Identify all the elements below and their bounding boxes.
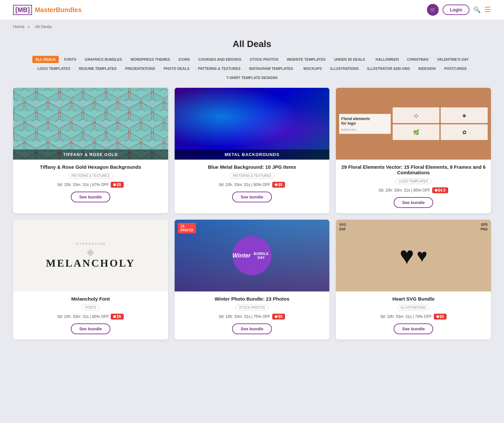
nav-tag-website-templates[interactable]: WEBSITE TEMPLATES [284, 56, 329, 63]
nav-tag-christmas[interactable]: CHRISTMAS [404, 56, 432, 63]
card-timer-5: 0d: 10h: 33m: 31s | 75% OFF [219, 314, 270, 319]
page-title: All Deals [0, 39, 504, 49]
product-image-label-2: METAL BACKGROUNDS [175, 149, 330, 160]
heart-shape-2: ♥ [417, 245, 428, 266]
hearts-labels-6: SVGEPS [339, 223, 488, 227]
nav-filters: ALL DEALS FONTS GRAPHICS BUNDLES WORDPRE… [0, 56, 504, 88]
nav-tag-fonts[interactable]: FONTS [61, 56, 79, 63]
breadcrumb-home[interactable]: Home [13, 24, 24, 29]
card-category-5[interactable]: STOCK PHOTOS [235, 305, 268, 310]
card-meta-5: 0d: 10h: 33m: 31s | 75% OFF $5 [180, 314, 324, 320]
winter-badge-5: 23PHOTO [178, 223, 196, 233]
nav-tag-courses-ebooks[interactable]: COURSES AND EBOOKS [195, 56, 245, 63]
nav-tag-all-deals[interactable]: ALL DEALS [32, 56, 59, 63]
login-button[interactable]: Login [443, 5, 469, 15]
card-price-6: $5 [434, 314, 447, 320]
menu-button[interactable]: ☰ [484, 6, 491, 14]
nav-tag-patterns-textures[interactable]: PATTERNS & TEXTURES [195, 65, 244, 72]
product-image-label-1: TIFFANY & ROSE GOLD [13, 149, 168, 160]
logo[interactable]: [MB] MasterBundles [13, 5, 82, 15]
product-image-1: TIFFANY & ROSE GOLD [13, 88, 168, 160]
nav-tag-logo-templates[interactable]: LOGO TEMPLATES [34, 65, 73, 72]
price-dot-6 [436, 315, 439, 318]
nav-tag-indesign[interactable]: INDESIGN [415, 65, 439, 72]
card-body-4: Melancholy Font FONTS 0d: 10h: 33m: 31s … [13, 291, 168, 339]
see-bundle-btn-1[interactable]: See bundle [71, 192, 110, 202]
product-image-6: SVGEPS DXFPNG ♥ ♥ [336, 220, 491, 291]
card-price-4: $5 [111, 314, 123, 320]
card-meta-3: 0d: 10h: 33m: 31s | 85% OFF $4.5 [341, 187, 486, 193]
price-dot-1 [113, 183, 116, 186]
nav-tag-instagram-templates[interactable]: INSTAGRAM TEMPLATES [246, 65, 296, 72]
card-category-1[interactable]: PATTERNS & TEXTURES [68, 173, 113, 179]
card-category-3[interactable]: LOGO TEMPLATES [395, 179, 432, 184]
card-title-3: 29 Floral Elements Vector: 15 Floral Ele… [341, 164, 486, 175]
product-image-5: 23PHOTO WinterBUNDLE DAY [175, 220, 330, 291]
nav-tag-resume-templates[interactable]: RESUME TEMPLATES [75, 65, 120, 72]
card-meta-6: 0d: 10h: 33m: 31s | 70% OFF $5 [341, 314, 486, 320]
nav-tag-illustrator-addons[interactable]: ILLUSTRATOR ADD-ONS [364, 65, 413, 72]
nav-tag-graphics-bundles[interactable]: GRAPHICS BUNDLES [81, 56, 125, 63]
nav-tag-icons[interactable]: ICONS [175, 56, 193, 63]
nav-tag-illustrations[interactable]: ILLUSTRATIONS [327, 65, 362, 72]
see-bundle-btn-3[interactable]: See bundle [394, 197, 433, 208]
card-body-5: Winter Photo Bundle: 23 Photos STOCK PHO… [175, 291, 330, 339]
card-body-1: Tiffany & Rose Gold Hexagon Backgrounds … [13, 160, 168, 208]
winter-overlay-5: 23PHOTO WinterBUNDLE DAY [175, 220, 330, 291]
melancholy-overlay-4: INTRODUCING MELANCHOLY [13, 220, 168, 291]
card-meta-4: 0d: 10h: 33m: 31s | 80% OFF $5 [18, 314, 163, 320]
floral-sketches-3: ◇ ◈ 🌿 ✿ [393, 107, 488, 140]
nav-tag-valentines[interactable]: VALENTINE'S DAY [434, 56, 472, 63]
nav-tag-wordpress-themes[interactable]: WORDPRESS THEMES [127, 56, 173, 63]
card-title-4: Melancholy Font [18, 296, 163, 302]
page-title-section: All Deals [0, 34, 504, 56]
header-right: 🛒 Login 🔍 ☰ [427, 4, 491, 16]
card-price-2: $5 [272, 182, 285, 188]
melancholy-diamond-4 [87, 249, 94, 256]
product-image-3: Floral elementsfor logo BRACKEN ◇ ◈ 🌿 ✿ [336, 88, 491, 160]
nav-tag-stock-photos[interactable]: STOCK PHOTOS [246, 56, 282, 63]
nav-tag-mockups[interactable]: MOCKUPS [300, 65, 325, 72]
product-card-2: METAL BACKGROUNDS Blue Metal Background:… [175, 88, 330, 213]
svg-rect-4 [13, 88, 168, 160]
card-timer-1: 0d: 10h: 33m: 31s | 67% OFF [57, 182, 109, 187]
floral-text-3: Floral elementsfor logo BRACKEN [339, 114, 391, 134]
see-bundle-btn-5[interactable]: See bundle [232, 323, 272, 334]
nav-tag-under5[interactable]: UNDER $5 DEALS [331, 56, 369, 63]
logo-name: MasterBundles [35, 6, 81, 14]
sketch-box-1: ◇ [393, 107, 440, 123]
see-bundle-btn-2[interactable]: See bundle [232, 192, 272, 202]
nav-tag-presentations[interactable]: PRESENTATIONS [122, 65, 158, 72]
floral-content-3: Floral elementsfor logo BRACKEN ◇ ◈ 🌿 ✿ [336, 88, 491, 160]
nav-tag-photo-deals[interactable]: PHOTO DEALS [160, 65, 193, 72]
product-card-1: TIFFANY & ROSE GOLD Tiffany & Rose Gold … [13, 88, 168, 213]
product-card-5: 23PHOTO WinterBUNDLE DAY Winter Photo Bu… [175, 220, 330, 339]
sketch-box-3: 🌿 [393, 124, 440, 140]
card-category-4[interactable]: FONTS [81, 305, 100, 310]
see-bundle-btn-6[interactable]: See bundle [394, 323, 433, 334]
nav-tag-tshirt[interactable]: T-SHIRT TEMPLATE DESIGNS [223, 74, 281, 81]
card-price-1: $5 [111, 182, 123, 188]
card-category-6[interactable]: ILLUSTRATIONS [397, 305, 430, 310]
price-dot-4 [113, 315, 116, 318]
products-section: TIFFANY & ROSE GOLD Tiffany & Rose Gold … [0, 88, 504, 352]
card-timer-2: 0d: 10h: 33m: 31s | 80% OFF [219, 182, 270, 187]
card-timer-3: 0d: 10h: 33m: 31s | 85% OFF [379, 188, 430, 193]
nav-tag-halloween[interactable]: HALLOWEEN [372, 56, 402, 63]
see-bundle-btn-4[interactable]: See bundle [71, 323, 110, 334]
cart-button[interactable]: 🛒 [427, 4, 439, 16]
heart-shape-1: ♥ [400, 242, 414, 270]
price-dot-5 [275, 315, 277, 318]
search-button[interactable]: 🔍 [473, 6, 480, 13]
card-category-2[interactable]: PATTERNS & TEXTURES [229, 173, 275, 179]
nav-tag-postcards[interactable]: POSTCARDS [441, 65, 470, 72]
breadcrumb-separator: » [27, 24, 30, 29]
card-body-2: Blue Metal Background: 10 JPG Items PATT… [175, 160, 330, 208]
product-image-4: INTRODUCING MELANCHOLY [13, 220, 168, 291]
sketch-box-4: ✿ [441, 124, 488, 140]
products-grid: TIFFANY & ROSE GOLD Tiffany & Rose Gold … [13, 88, 491, 339]
card-body-6: Heart SVG Bundle ILLUSTRATIONS 0d: 10h: … [336, 291, 491, 339]
breadcrumb-current: All Deals [35, 24, 52, 29]
card-title-5: Winter Photo Bundle: 23 Photos [180, 296, 324, 302]
winter-circle-5: WinterBUNDLE DAY [232, 236, 272, 275]
